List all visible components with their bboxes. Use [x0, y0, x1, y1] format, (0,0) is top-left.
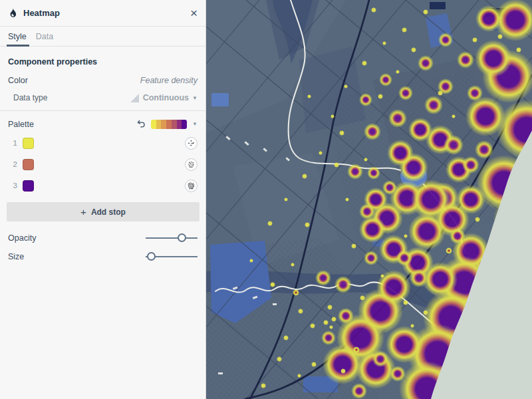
- data-type-label: Data type: [13, 93, 47, 102]
- heatmap-panel: Heatmap × Style Data Component propertie…: [0, 0, 206, 399]
- stop-index: 2: [8, 160, 17, 168]
- undo-icon[interactable]: [136, 119, 146, 129]
- stop-index: 1: [8, 139, 17, 147]
- opacity-label: Opacity: [8, 233, 36, 243]
- plus-icon: +: [80, 206, 86, 217]
- color-swatch[interactable]: [23, 180, 34, 192]
- size-label: Size: [8, 252, 24, 261]
- palette-stop-row: 2: [8, 157, 198, 172]
- close-icon[interactable]: ×: [190, 7, 198, 19]
- stop-index: 3: [8, 182, 17, 190]
- add-stop-button[interactable]: + Add stop: [7, 202, 200, 221]
- tab-data[interactable]: Data: [36, 32, 53, 46]
- opacity-row: Opacity: [8, 232, 198, 244]
- color-row: Color Feature density: [8, 76, 198, 85]
- density-sparse-icon[interactable]: [185, 137, 198, 150]
- size-slider-handle[interactable]: [147, 252, 156, 261]
- flame-icon: [8, 8, 18, 19]
- map-canvas[interactable]: [206, 0, 532, 399]
- color-swatch[interactable]: [23, 159, 34, 170]
- color-label: Color: [8, 76, 28, 85]
- palette-label: Palette: [8, 120, 34, 129]
- tab-style[interactable]: Style: [8, 32, 27, 46]
- data-type-row[interactable]: Data type Continuous ▼: [13, 93, 198, 110]
- section-heading: Component properties: [8, 57, 198, 66]
- data-type-value: Continuous: [143, 93, 189, 102]
- panel-header: Heatmap ×: [0, 0, 205, 27]
- density-medium-icon[interactable]: [185, 158, 198, 171]
- add-stop-label: Add stop: [91, 207, 126, 217]
- color-swatch[interactable]: [23, 138, 34, 149]
- palette-stop-row: 1: [8, 136, 198, 150]
- palette-row: Palette ▼: [8, 119, 198, 129]
- palette-gradient-preview[interactable]: [151, 120, 187, 129]
- panel-tabs: Style Data: [0, 27, 205, 47]
- heatmap-style-editor: Heatmap × Style Data Component propertie…: [0, 0, 532, 399]
- chevron-down-icon[interactable]: ▼: [192, 121, 198, 127]
- ramp-icon: [130, 94, 139, 102]
- chevron-down-icon: ▼: [192, 95, 198, 101]
- color-value: Feature density: [140, 76, 198, 85]
- size-row: Size: [8, 251, 198, 263]
- size-slider[interactable]: [146, 251, 198, 263]
- opacity-slider-handle[interactable]: [178, 233, 186, 242]
- palette-stop-row: 3: [8, 178, 198, 193]
- panel-title: Heatmap: [23, 8, 60, 18]
- density-dense-icon[interactable]: [185, 180, 198, 192]
- opacity-slider[interactable]: [146, 232, 198, 244]
